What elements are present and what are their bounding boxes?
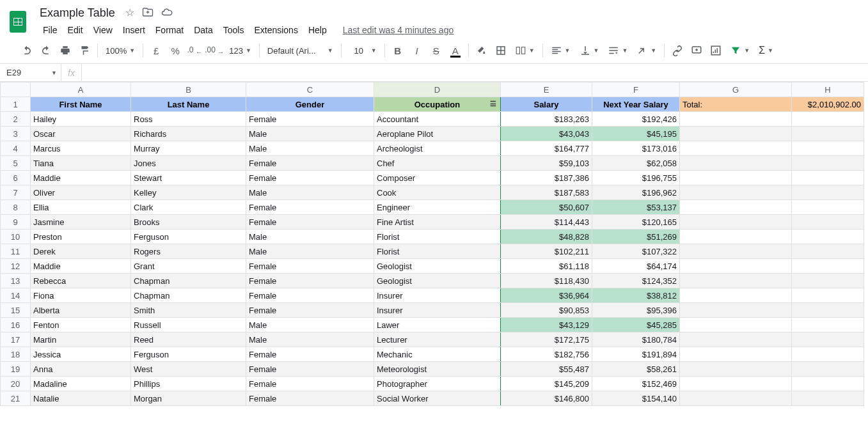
col-header-e[interactable]: E bbox=[501, 82, 592, 97]
row-header[interactable]: 3 bbox=[1, 127, 31, 141]
cloud-status-icon[interactable] bbox=[161, 6, 173, 20]
row-header[interactable]: 21 bbox=[1, 391, 31, 406]
cell[interactable] bbox=[792, 347, 864, 362]
cell[interactable]: $187,583 bbox=[501, 185, 592, 200]
menu-format[interactable]: Format bbox=[151, 22, 188, 38]
cell[interactable] bbox=[680, 288, 792, 303]
total-value[interactable]: $2,010,902.00 bbox=[792, 97, 864, 112]
v-align-dropdown[interactable]: ▼ bbox=[576, 42, 603, 59]
row-header[interactable]: 8 bbox=[1, 200, 31, 215]
cell[interactable]: $45,285 bbox=[592, 318, 680, 332]
menu-extensions[interactable]: Extensions bbox=[249, 22, 302, 38]
cell[interactable]: $48,828 bbox=[501, 230, 592, 244]
decrease-decimal-button[interactable]: .0 ← bbox=[185, 42, 203, 59]
cell[interactable]: Jones bbox=[131, 156, 246, 171]
fill-color-button[interactable] bbox=[473, 42, 491, 59]
cell[interactable]: $191,894 bbox=[592, 347, 680, 362]
cell[interactable]: Male bbox=[246, 141, 374, 156]
row-header[interactable]: 9 bbox=[1, 215, 31, 230]
menu-data[interactable]: Data bbox=[189, 22, 217, 38]
col-header-h[interactable]: H bbox=[792, 82, 864, 97]
cell[interactable]: $36,964 bbox=[501, 288, 592, 303]
cell[interactable] bbox=[680, 127, 792, 141]
cell[interactable] bbox=[680, 215, 792, 230]
cell[interactable]: Morgan bbox=[131, 391, 246, 406]
cell[interactable]: $172,175 bbox=[501, 332, 592, 347]
text-color-button[interactable]: A bbox=[446, 42, 464, 59]
cell[interactable]: Jessica bbox=[31, 347, 131, 362]
cell[interactable]: $120,165 bbox=[592, 215, 680, 230]
row-header[interactable]: 7 bbox=[1, 185, 31, 200]
cell[interactable]: Florist bbox=[374, 230, 501, 244]
cell[interactable]: West bbox=[131, 362, 246, 377]
header-first-name[interactable]: First Name bbox=[31, 97, 131, 112]
row-header[interactable]: 5 bbox=[1, 156, 31, 171]
cell[interactable]: $55,487 bbox=[501, 362, 592, 377]
cell[interactable] bbox=[792, 288, 864, 303]
cell[interactable]: Marcus bbox=[31, 141, 131, 156]
col-header-g[interactable]: G bbox=[680, 82, 792, 97]
cell[interactable]: Kelley bbox=[131, 185, 246, 200]
row-header[interactable]: 15 bbox=[1, 303, 31, 318]
cell[interactable] bbox=[680, 332, 792, 347]
increase-decimal-button[interactable]: .00 → bbox=[205, 42, 224, 59]
cell[interactable]: Chapman bbox=[131, 288, 246, 303]
cell[interactable]: Female bbox=[246, 377, 374, 391]
cell[interactable]: Reed bbox=[131, 332, 246, 347]
cell[interactable] bbox=[792, 303, 864, 318]
menu-help[interactable]: Help bbox=[304, 22, 331, 38]
cell[interactable]: Social Worker bbox=[374, 391, 501, 406]
cell[interactable]: Murray bbox=[131, 141, 246, 156]
chart-button[interactable] bbox=[707, 42, 725, 59]
cell[interactable]: Insurer bbox=[374, 303, 501, 318]
cell[interactable] bbox=[792, 244, 864, 259]
print-button[interactable] bbox=[56, 42, 74, 59]
move-icon[interactable] bbox=[142, 6, 154, 20]
cell[interactable]: $173,016 bbox=[592, 141, 680, 156]
cell[interactable]: Archeologist bbox=[374, 141, 501, 156]
cell[interactable]: Martin bbox=[31, 332, 131, 347]
cell[interactable]: Female bbox=[246, 112, 374, 127]
cell[interactable]: $124,352 bbox=[592, 274, 680, 288]
cell[interactable]: $62,058 bbox=[592, 156, 680, 171]
cell[interactable]: Engineer bbox=[374, 200, 501, 215]
cell[interactable]: Smith bbox=[131, 303, 246, 318]
cell[interactable]: Alberta bbox=[31, 303, 131, 318]
cell[interactable] bbox=[792, 259, 864, 274]
cell[interactable]: $107,322 bbox=[592, 244, 680, 259]
menu-edit[interactable]: Edit bbox=[63, 22, 88, 38]
cell[interactable]: $154,140 bbox=[592, 391, 680, 406]
formula-bar[interactable] bbox=[82, 64, 868, 81]
cell[interactable]: $196,962 bbox=[592, 185, 680, 200]
cell[interactable] bbox=[680, 362, 792, 377]
cell[interactable]: Fiona bbox=[31, 288, 131, 303]
cell[interactable]: Hailey bbox=[31, 112, 131, 127]
row-header[interactable]: 13 bbox=[1, 274, 31, 288]
cell[interactable] bbox=[792, 112, 864, 127]
cell[interactable]: Chapman bbox=[131, 274, 246, 288]
cell[interactable]: $146,800 bbox=[501, 391, 592, 406]
cell[interactable]: Male bbox=[246, 332, 374, 347]
cell[interactable]: Meteorologist bbox=[374, 362, 501, 377]
filter-icon[interactable]: ☰ bbox=[490, 100, 496, 108]
cell[interactable]: Male bbox=[246, 230, 374, 244]
sheets-logo[interactable] bbox=[5, 9, 31, 35]
cell[interactable]: $53,137 bbox=[592, 200, 680, 215]
col-header-f[interactable]: F bbox=[592, 82, 680, 97]
paint-format-button[interactable] bbox=[75, 42, 93, 59]
cell[interactable]: Ross bbox=[131, 112, 246, 127]
font-dropdown[interactable]: Default (Ari...▼ bbox=[264, 42, 337, 59]
cell[interactable]: Richards bbox=[131, 127, 246, 141]
cell[interactable]: $180,784 bbox=[592, 332, 680, 347]
h-align-dropdown[interactable]: ▼ bbox=[547, 42, 574, 59]
cell[interactable]: Madaline bbox=[31, 377, 131, 391]
cell[interactable] bbox=[792, 127, 864, 141]
filter-dropdown[interactable]: ▼ bbox=[726, 42, 754, 59]
cell[interactable]: Female bbox=[246, 171, 374, 185]
cell[interactable] bbox=[792, 141, 864, 156]
cell[interactable] bbox=[680, 391, 792, 406]
cell[interactable]: Male bbox=[246, 127, 374, 141]
row-header[interactable]: 10 bbox=[1, 230, 31, 244]
cell[interactable] bbox=[792, 215, 864, 230]
cell[interactable]: $38,812 bbox=[592, 288, 680, 303]
